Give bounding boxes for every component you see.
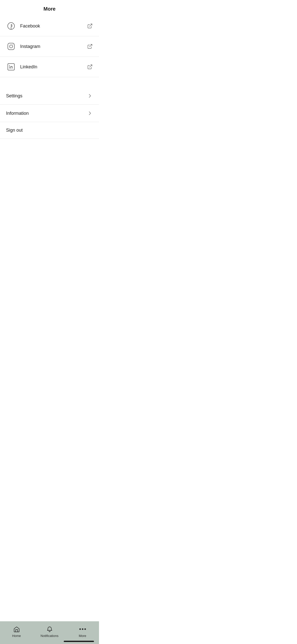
linkedin-icon xyxy=(6,62,16,72)
svg-rect-6 xyxy=(8,64,14,70)
facebook-icon xyxy=(6,21,16,31)
facebook-label: Facebook xyxy=(20,23,87,29)
chevron-right-icon-information xyxy=(87,110,93,116)
svg-line-10 xyxy=(89,65,92,67)
signout-item[interactable]: Sign out xyxy=(0,122,99,139)
svg-line-5 xyxy=(89,44,92,47)
page-title: More xyxy=(0,0,99,16)
signout-label: Sign out xyxy=(6,128,93,133)
settings-section: Settings Information Sign out xyxy=(0,87,99,139)
information-label: Information xyxy=(6,111,87,116)
svg-point-3 xyxy=(10,45,13,48)
external-link-icon-linkedin xyxy=(87,64,93,70)
external-link-icon-facebook xyxy=(87,23,93,29)
linkedin-link[interactable]: LinkedIn xyxy=(0,57,99,77)
settings-label: Settings xyxy=(6,93,87,99)
facebook-link[interactable]: Facebook xyxy=(0,16,99,36)
instagram-link[interactable]: Instagram xyxy=(0,36,99,57)
svg-point-4 xyxy=(13,44,13,45)
svg-rect-2 xyxy=(8,43,14,50)
chevron-right-icon-settings xyxy=(87,93,93,99)
svg-line-1 xyxy=(89,24,92,26)
information-item[interactable]: Information xyxy=(0,105,99,122)
social-links-section: Facebook Instagram xyxy=(0,16,99,77)
settings-item[interactable]: Settings xyxy=(0,87,99,105)
external-link-icon-instagram xyxy=(87,43,93,49)
instagram-label: Instagram xyxy=(20,44,87,49)
instagram-icon xyxy=(6,41,16,51)
linkedin-label: LinkedIn xyxy=(20,64,87,70)
